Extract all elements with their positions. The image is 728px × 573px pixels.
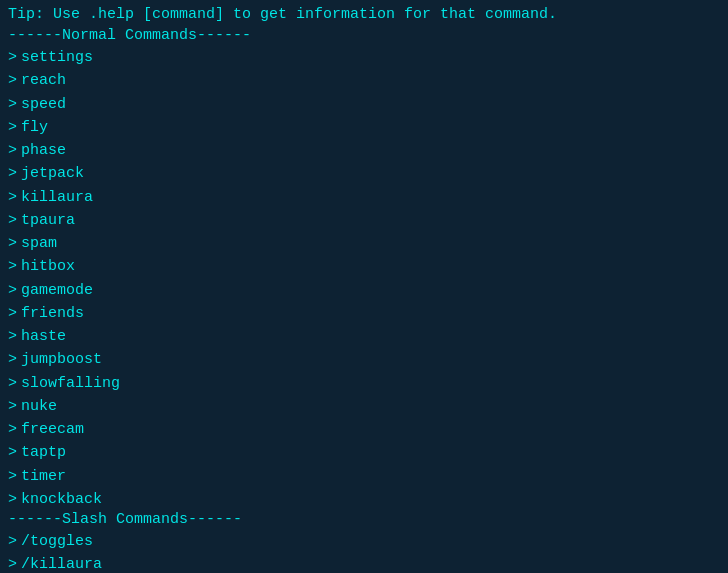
command-label: settings	[21, 46, 93, 69]
arrow-icon: >	[8, 279, 17, 302]
terminal-window: Tip: Use .help [command] to get informat…	[8, 6, 720, 573]
list-item[interactable]: >tpaura	[8, 209, 720, 232]
arrow-icon: >	[8, 162, 17, 185]
command-label: tpaura	[21, 209, 75, 232]
list-item[interactable]: >hitbox	[8, 255, 720, 278]
list-item[interactable]: >freecam	[8, 418, 720, 441]
command-label: killaura	[21, 186, 93, 209]
arrow-icon: >	[8, 69, 17, 92]
arrow-icon: >	[8, 46, 17, 69]
command-label: /killaura	[21, 553, 102, 573]
command-label: fly	[21, 116, 48, 139]
list-item[interactable]: >killaura	[8, 186, 720, 209]
arrow-icon: >	[8, 465, 17, 488]
arrow-icon: >	[8, 139, 17, 162]
command-label: jumpboost	[21, 348, 102, 371]
list-item[interactable]: >phase	[8, 139, 720, 162]
arrow-icon: >	[8, 441, 17, 464]
list-item[interactable]: >speed	[8, 93, 720, 116]
list-item[interactable]: >friends	[8, 302, 720, 325]
arrow-icon: >	[8, 553, 17, 573]
arrow-icon: >	[8, 232, 17, 255]
command-label: spam	[21, 232, 57, 255]
command-label: timer	[21, 465, 66, 488]
arrow-icon: >	[8, 395, 17, 418]
list-item[interactable]: >haste	[8, 325, 720, 348]
command-label: slowfalling	[21, 372, 120, 395]
arrow-icon: >	[8, 348, 17, 371]
command-label: jetpack	[21, 162, 84, 185]
command-label: reach	[21, 69, 66, 92]
command-label: haste	[21, 325, 66, 348]
command-label: hitbox	[21, 255, 75, 278]
command-label: freecam	[21, 418, 84, 441]
list-item[interactable]: >jumpboost	[8, 348, 720, 371]
arrow-icon: >	[8, 418, 17, 441]
list-item[interactable]: >jetpack	[8, 162, 720, 185]
command-label: gamemode	[21, 279, 93, 302]
list-item[interactable]: >slowfalling	[8, 372, 720, 395]
arrow-icon: >	[8, 302, 17, 325]
command-label: phase	[21, 139, 66, 162]
arrow-icon: >	[8, 209, 17, 232]
list-item[interactable]: >settings	[8, 46, 720, 69]
list-item[interactable]: >fly	[8, 116, 720, 139]
arrow-icon: >	[8, 93, 17, 116]
arrow-icon: >	[8, 372, 17, 395]
list-item[interactable]: >nuke	[8, 395, 720, 418]
arrow-icon: >	[8, 488, 17, 511]
list-item[interactable]: >spam	[8, 232, 720, 255]
command-label: /toggles	[21, 530, 93, 553]
arrow-icon: >	[8, 116, 17, 139]
content-area: ------Normal Commands------>settings>rea…	[8, 27, 720, 573]
arrow-icon: >	[8, 186, 17, 209]
command-label: speed	[21, 93, 66, 116]
arrow-icon: >	[8, 325, 17, 348]
section-header-slash: ------Slash Commands------	[8, 511, 720, 528]
list-item[interactable]: >gamemode	[8, 279, 720, 302]
arrow-icon: >	[8, 530, 17, 553]
list-item[interactable]: >taptp	[8, 441, 720, 464]
tip-text: Tip: Use .help [command] to get informat…	[8, 6, 720, 23]
section-header-normal: ------Normal Commands------	[8, 27, 720, 44]
command-label: taptp	[21, 441, 66, 464]
list-item[interactable]: >/killaura	[8, 553, 720, 573]
arrow-icon: >	[8, 255, 17, 278]
list-item[interactable]: >reach	[8, 69, 720, 92]
list-item[interactable]: >knockback	[8, 488, 720, 511]
list-item[interactable]: >timer	[8, 465, 720, 488]
command-label: friends	[21, 302, 84, 325]
list-item[interactable]: >/toggles	[8, 530, 720, 553]
command-label: nuke	[21, 395, 57, 418]
command-label: knockback	[21, 488, 102, 511]
